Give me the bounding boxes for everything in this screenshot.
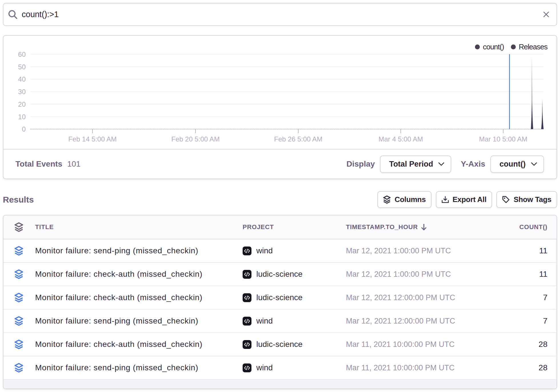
search-icon	[8, 10, 18, 19]
svg-text:20: 20	[18, 100, 26, 108]
event-timestamp: Mar 12, 2021 1:00:00 PM UTC	[346, 270, 476, 279]
code-platform-icon	[243, 246, 251, 255]
chevron-down-icon	[531, 162, 537, 166]
results-heading: Results	[3, 195, 34, 205]
code-platform-icon	[243, 317, 251, 326]
stack-icon	[383, 195, 391, 204]
export-all-button-label: Export All	[453, 195, 487, 204]
column-header-count[interactable]: COUNT()	[476, 223, 557, 231]
svg-text:0: 0	[22, 125, 26, 133]
project-name: wind	[256, 316, 273, 326]
show-tags-button[interactable]: Show Tags	[496, 191, 557, 208]
table-row[interactable]: Monitor failure: check-auth (missed_chec…	[3, 333, 557, 356]
event-title[interactable]: Monitor failure: send-ping (missed_check…	[35, 363, 243, 372]
stack-icon[interactable]	[3, 246, 35, 256]
results-header-row: Results Columns	[3, 191, 557, 208]
project-name: ludic-science	[256, 340, 303, 349]
column-header-title[interactable]: TITLE	[35, 223, 243, 231]
column-header-timestamp[interactable]: TIMESTAMP.TO_HOUR	[346, 223, 476, 231]
discover-page: count() Releases	[0, 0, 560, 392]
y-axis-labels: 0 10 20 30 40 50 60	[18, 50, 26, 133]
svg-text:Feb 20 5:00 AM: Feb 20 5:00 AM	[171, 135, 219, 143]
column-header-timestamp-label: TIMESTAMP.TO_HOUR	[346, 223, 418, 231]
event-title[interactable]: Monitor failure: send-ping (missed_check…	[35, 316, 243, 326]
svg-text:40: 40	[18, 75, 26, 83]
search-bar	[3, 3, 557, 26]
total-events-label: Total Events	[15, 159, 62, 169]
svg-text:Mar 10 5:00 AM: Mar 10 5:00 AM	[479, 135, 527, 143]
header-stack-icon[interactable]	[3, 222, 35, 232]
export-all-button[interactable]: Export All	[436, 191, 492, 208]
svg-text:60: 60	[18, 50, 26, 58]
stack-icon[interactable]	[3, 316, 35, 326]
event-title[interactable]: Monitor failure: check-auth (missed_chec…	[35, 293, 243, 302]
stack-icon[interactable]	[3, 363, 35, 373]
project-cell: wind	[243, 363, 346, 372]
results-table: TITLE PROJECT TIMESTAMP.TO_HOUR COUNT()	[3, 215, 557, 389]
project-cell: ludic-science	[243, 340, 346, 349]
svg-text:Mar 4 5:00 AM: Mar 4 5:00 AM	[378, 135, 423, 143]
project-name: wind	[256, 363, 273, 372]
display-dropdown-value: Total Period	[389, 160, 433, 169]
code-platform-icon	[243, 363, 251, 372]
event-timestamp: Mar 12, 2021 12:00:00 PM UTC	[346, 317, 476, 326]
events-area-chart: 0 10 20 30 40 50 60 Feb 14 5:00 AM Feb 2…	[3, 36, 557, 150]
event-timestamp: Mar 12, 2021 12:00:00 PM UTC	[346, 293, 476, 302]
event-title[interactable]: Monitor failure: send-ping (missed_check…	[35, 246, 243, 255]
sort-descending-icon	[421, 223, 427, 231]
project-cell: wind	[243, 246, 346, 255]
stack-icon[interactable]	[3, 293, 35, 302]
project-name: wind	[256, 246, 273, 255]
svg-text:50: 50	[18, 63, 26, 71]
count-spike-2	[541, 99, 544, 129]
event-count: 7	[476, 293, 557, 302]
chart-footer: Total Events 101 Display Total Period Y-…	[3, 149, 557, 179]
event-count: 11	[476, 270, 557, 279]
svg-text:Feb 14 5:00 AM: Feb 14 5:00 AM	[68, 135, 116, 143]
project-cell: wind	[243, 316, 346, 326]
chart-controls: Display Total Period Y-Axis count()	[347, 155, 544, 173]
event-title[interactable]: Monitor failure: check-auth (missed_chec…	[35, 270, 243, 279]
columns-button[interactable]: Columns	[377, 191, 431, 208]
code-platform-icon	[243, 270, 251, 279]
chevron-down-icon	[438, 162, 444, 166]
event-timestamp: Mar 12, 2021 1:00:00 PM UTC	[346, 246, 476, 255]
project-cell: ludic-science	[243, 293, 346, 302]
event-count: 11	[476, 246, 557, 255]
svg-text:Feb 26 5:00 AM: Feb 26 5:00 AM	[274, 135, 322, 143]
tag-icon	[502, 196, 510, 203]
table-row[interactable]: Monitor failure: send-ping (missed_check…	[3, 310, 557, 333]
project-cell: ludic-science	[243, 270, 346, 279]
yaxis-dropdown[interactable]: count()	[490, 155, 544, 173]
table-footer	[3, 380, 557, 389]
search-input[interactable]	[22, 10, 543, 19]
stack-icon[interactable]	[3, 269, 35, 279]
total-events: Total Events 101	[15, 159, 80, 169]
table-row[interactable]: Monitor failure: check-auth (missed_chec…	[3, 263, 557, 286]
table-header-row: TITLE PROJECT TIMESTAMP.TO_HOUR COUNT()	[3, 215, 557, 239]
yaxis-label: Y-Axis	[461, 159, 485, 169]
close-icon[interactable]	[543, 11, 549, 17]
code-platform-icon	[243, 293, 251, 302]
event-count: 28	[476, 340, 557, 349]
total-events-value: 101	[67, 159, 80, 169]
event-timestamp: Mar 11, 2021 10:00:00 PM UTC	[346, 363, 476, 372]
yaxis-dropdown-value: count()	[499, 160, 525, 169]
x-axis-ticks	[92, 129, 503, 133]
table-row[interactable]: Monitor failure: send-ping (missed_check…	[3, 239, 557, 263]
table-row[interactable]: Monitor failure: send-ping (missed_check…	[3, 356, 557, 380]
project-name: ludic-science	[256, 270, 303, 279]
table-row[interactable]: Monitor failure: check-auth (missed_chec…	[3, 286, 557, 310]
svg-text:10: 10	[18, 113, 26, 121]
code-platform-icon	[243, 340, 251, 349]
event-count: 28	[476, 363, 557, 372]
stack-icon[interactable]	[3, 340, 35, 349]
event-count: 7	[476, 316, 557, 326]
show-tags-button-label: Show Tags	[513, 195, 551, 204]
event-title[interactable]: Monitor failure: check-auth (missed_chec…	[35, 340, 243, 349]
display-label: Display	[347, 159, 375, 169]
results-toolbar: Columns Export All	[377, 191, 557, 208]
display-dropdown[interactable]: Total Period	[380, 155, 451, 173]
project-name: ludic-science	[256, 293, 303, 302]
column-header-project[interactable]: PROJECT	[243, 223, 346, 231]
